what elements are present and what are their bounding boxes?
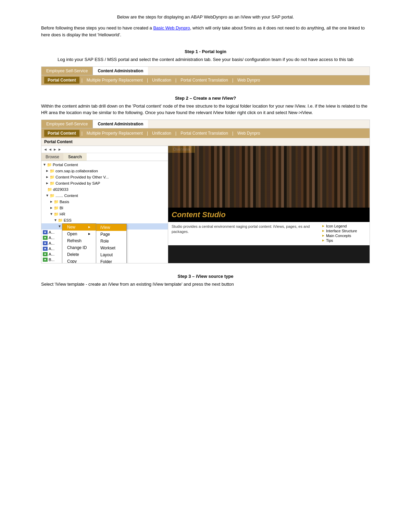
- step2-nav-sep1: |: [79, 131, 85, 136]
- step1-nav-webdynpro[interactable]: Web Dynpro: [235, 77, 262, 84]
- context-menu-refresh[interactable]: Refresh: [62, 237, 96, 244]
- context-copy-label: Copy: [67, 259, 77, 263]
- step2-nav-row: Portal Content | Multiple Property Repla…: [41, 128, 370, 138]
- tree-arrow-2: ►: [46, 175, 49, 179]
- step1-nav-unification[interactable]: Unification: [150, 77, 173, 84]
- tree-item-basis[interactable]: ► 📁 Basis: [41, 199, 168, 205]
- cs-arrow-2: ►: [322, 229, 325, 233]
- content-studio-banner: Content Studio: [168, 208, 370, 222]
- context-menu-delete[interactable]: Delete: [62, 251, 96, 258]
- context-submenu: iView Page Role Workset Layout Folder: [96, 224, 127, 263]
- tree-arrow-6: ►: [50, 200, 53, 203]
- context-menu: New ► Open ► Refresh: [62, 223, 96, 263]
- folder-icon-3: 📁: [50, 181, 54, 186]
- search-button[interactable]: Search: [63, 153, 87, 161]
- step2-tab-row: Employee Self-Service Content Administra…: [41, 120, 370, 128]
- tree-item-bi[interactable]: ► 📁 BI: [41, 205, 168, 211]
- context-menu-changeid[interactable]: Change ID: [62, 244, 96, 251]
- step2-portal-body: ◄ ◄ ► ► Browse Search ▼ 📁 Portal Content: [41, 146, 370, 263]
- step2-tab-content-admin[interactable]: Content Administration: [93, 120, 148, 128]
- step1-heading: Step 1 - Portal login: [41, 49, 370, 54]
- cs-links: ► Icon Legend ► Interface Structure ► Ma…: [322, 224, 366, 243]
- cs-link-label-2: Interface Structure: [326, 229, 357, 233]
- submenu-folder[interactable]: Folder: [96, 258, 126, 263]
- tree-arrow-7: ►: [50, 206, 53, 210]
- step1-nav-sep4: |: [230, 78, 235, 83]
- step3-desc: Select 'iView template - create an iView…: [41, 281, 370, 288]
- folder-icon-0: 📁: [47, 162, 52, 167]
- basic-web-dynpro-link[interactable]: Basic Web Dynpro: [153, 25, 190, 30]
- file-icon-2: ■: [43, 236, 48, 240]
- submenu-workset[interactable]: Workset: [96, 245, 126, 251]
- submenu-iview[interactable]: iView: [96, 224, 126, 231]
- tree-nav-arrows[interactable]: ◄ ◄ ► ►: [41, 146, 168, 153]
- folder-icon-2: 📁: [50, 175, 54, 180]
- tree-content: ▼ 📁 Portal Content ► 📁 com.sap.ip.collab…: [41, 161, 168, 263]
- cs-link-label-1: Icon Legend: [326, 224, 347, 228]
- tree-item-content[interactable]: ▼ 📁 ....... Content: [41, 193, 168, 199]
- submenu-page[interactable]: Page: [96, 231, 126, 238]
- step1-nav-multiple[interactable]: Multiple Property Replacement: [85, 77, 145, 84]
- file-label-5: A...: [49, 252, 54, 256]
- context-menu-open[interactable]: Open ►: [62, 231, 96, 237]
- context-new-arrow: ►: [88, 225, 91, 229]
- context-refresh-label: Refresh: [67, 238, 82, 243]
- submenu-layout[interactable]: Layout: [96, 251, 126, 258]
- file-icon-5: ■: [43, 252, 48, 256]
- step2-nav-multiple[interactable]: Multiple Property Replacement: [85, 130, 145, 137]
- context-menu-copy[interactable]: Copy: [62, 258, 96, 263]
- cs-link-interface[interactable]: ► Interface Structure: [322, 229, 366, 233]
- step2-nav-portal-content[interactable]: Portal Content: [44, 130, 79, 137]
- submenu-role[interactable]: Role: [96, 238, 126, 245]
- tree-item-portal-content[interactable]: ▼ 📁 Portal Content: [41, 162, 168, 168]
- tree-item-hr[interactable]: ▼ 📁 HR: [41, 211, 168, 217]
- file-label-4: A...: [49, 247, 54, 251]
- step1-desc: Log into your SAP ESS / MSS portal and s…: [41, 56, 370, 63]
- folder-icon-1: 📁: [50, 169, 54, 173]
- tree-label-6: Basis: [60, 200, 69, 204]
- tree-label-5: ....... Content: [55, 194, 78, 198]
- step1-tab-content-admin[interactable]: Content Administration: [93, 67, 148, 75]
- tree-arrow-9: ▼: [54, 218, 57, 222]
- step1-nav-sep2: |: [145, 78, 150, 83]
- tree-label-2: Content Provided by Other V...: [55, 175, 109, 179]
- tree-label-0: Portal Content: [53, 163, 78, 167]
- step2-nav-unification[interactable]: Unification: [150, 130, 173, 137]
- step2-portal-content-title: Portal Content: [41, 138, 370, 146]
- overview-panel: Overview Content Studio Studio provides …: [168, 146, 370, 263]
- cs-desc-left: Studio provides a central environment na…: [172, 224, 318, 243]
- folder-icon-7: 📁: [54, 206, 59, 210]
- browse-button[interactable]: Browse: [41, 153, 63, 161]
- step1-tab-ess[interactable]: Employee Self-Service: [41, 67, 93, 75]
- tree-item-sap[interactable]: ► 📁 Content Provided by SAP: [41, 180, 168, 186]
- step1-tab-row: Employee Self-Service Content Administra…: [41, 67, 370, 75]
- file-icon-6: ■: [43, 258, 48, 262]
- step1-portal-wrapper: Employee Self-Service Content Administra…: [41, 66, 370, 85]
- intro-line2: Before following these steps you need to…: [41, 25, 370, 39]
- tree-arrow-8: ▼: [50, 212, 53, 216]
- cs-link-tips[interactable]: ► Tips: [322, 238, 366, 243]
- content-studio-desc: Studio provides a central environment na…: [168, 222, 370, 245]
- browse-search-row: Browse Search: [41, 153, 168, 161]
- cs-link-icon-legend[interactable]: ► Icon Legend: [322, 224, 366, 228]
- folder-icon-6: 📁: [54, 199, 59, 204]
- step2-nav-sep2: |: [145, 131, 150, 136]
- tree-item-ess[interactable]: ▼ 📁 ESS: [41, 217, 168, 223]
- tree-arrow-5: ▼: [46, 194, 49, 197]
- intro-before: Before following these steps you need to…: [41, 25, 153, 30]
- step2-tab-ess[interactable]: Employee Self-Service: [41, 120, 93, 128]
- tree-label-1: com.sap.ip.collaboration: [55, 169, 98, 173]
- step2-nav-webdynpro[interactable]: Web Dynpro: [235, 130, 262, 137]
- step1-nav-portal-content[interactable]: Portal Content: [44, 77, 79, 84]
- context-menu-new[interactable]: New ►: [62, 224, 96, 231]
- step2-nav-pct[interactable]: Portal Content Translation: [178, 130, 230, 137]
- step1-nav-pct[interactable]: Portal Content Translation: [178, 77, 230, 84]
- step3-heading: Step 3 – iView source type: [41, 274, 370, 279]
- file-icon-1: ■: [43, 230, 48, 234]
- tree-item-other-vendors[interactable]: ► 📁 Content Provided by Other V...: [41, 174, 168, 180]
- file-icon-4: ■: [43, 247, 48, 251]
- step2-heading: Step 2 – Create a new iView?: [41, 96, 370, 101]
- tree-item-d029033[interactable]: 📁 d029033: [41, 186, 168, 193]
- tree-item-collaboration[interactable]: ► 📁 com.sap.ip.collaboration: [41, 168, 168, 174]
- cs-link-main-concepts[interactable]: ► Main Concepts: [322, 234, 366, 238]
